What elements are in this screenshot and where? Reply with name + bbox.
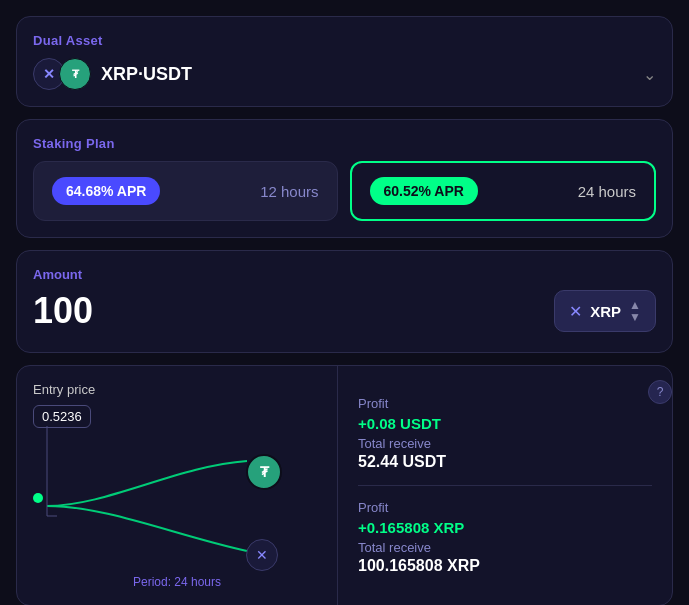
chart-right: ? Profit +0.08 USDT Total receive 52.44 … — [338, 366, 672, 605]
usdt-icon: ₮ — [59, 58, 91, 90]
amount-section: Amount 100 ✕ XRP ▲ ▼ — [33, 267, 656, 332]
apr-badge-12h: 64.68% APR — [52, 177, 160, 205]
receive-value-usdt: 52.44 USDT — [358, 453, 652, 471]
currency-selector[interactable]: ✕ XRP ▲ ▼ — [554, 290, 656, 332]
staking-plan-card: Staking Plan 64.68% APR 12 hours 60.52% … — [16, 119, 673, 238]
staking-plans: 64.68% APR 12 hours 60.52% APR 24 hours — [33, 161, 656, 221]
amount-value: 100 — [33, 290, 93, 332]
pair-name: XRP·USDT — [101, 64, 192, 85]
profit-block-xrp: Profit +0.165808 XRP Total receive 100.1… — [358, 486, 652, 589]
plan-24h[interactable]: 60.52% APR 24 hours — [350, 161, 657, 221]
amount-row: 100 ✕ XRP ▲ ▼ — [33, 290, 656, 332]
dual-asset-label: Dual Asset — [33, 33, 656, 48]
chart-svg — [17, 406, 337, 566]
sort-arrows-icon: ▲ ▼ — [629, 299, 641, 323]
profit-value-usdt: +0.08 USDT — [358, 415, 652, 432]
asset-icons: ✕ ₮ — [33, 58, 91, 90]
profit-block-usdt: Profit +0.08 USDT Total receive 52.44 US… — [358, 382, 652, 486]
xrp-selector-icon: ✕ — [569, 302, 582, 321]
staking-plan-label: Staking Plan — [33, 136, 656, 151]
apr-badge-24h: 60.52% APR — [370, 177, 478, 205]
plan-hours-12h: 12 hours — [260, 183, 318, 200]
chart-section: Entry price 0.5236 ₮ ✕ Period: 24 hours — [17, 366, 672, 605]
profit-title-usdt: Profit — [358, 396, 652, 411]
dual-asset-row[interactable]: ✕ ₮ XRP·USDT ⌄ — [33, 58, 656, 90]
chevron-down-icon[interactable]: ⌄ — [643, 65, 656, 84]
amount-label: Amount — [33, 267, 656, 282]
entry-price-label: Entry price — [33, 382, 321, 397]
asset-pair: ✕ ₮ XRP·USDT — [33, 58, 192, 90]
plan-12h[interactable]: 64.68% APR 12 hours — [33, 161, 338, 221]
xrp-chart-icon: ✕ — [246, 539, 278, 571]
tether-chart-icon: ₮ — [246, 454, 282, 490]
chart-left: Entry price 0.5236 ₮ ✕ Period: 24 hours — [17, 366, 337, 605]
profit-title-xrp: Profit — [358, 500, 652, 515]
receive-value-xrp: 100.165808 XRP — [358, 557, 652, 575]
period-label: Period: 24 hours — [133, 575, 221, 589]
dual-asset-card: Dual Asset ✕ ₮ XRP·USDT ⌄ — [16, 16, 673, 107]
receive-label-usdt: Total receive — [358, 436, 652, 451]
chart-card: Entry price 0.5236 ₮ ✕ Period: 24 hours — [16, 365, 673, 605]
currency-name: XRP — [590, 303, 621, 320]
start-dot — [33, 493, 43, 503]
receive-label-xrp: Total receive — [358, 540, 652, 555]
amount-card: Amount 100 ✕ XRP ▲ ▼ — [16, 250, 673, 353]
profit-value-xrp: +0.165808 XRP — [358, 519, 652, 536]
plan-hours-24h: 24 hours — [578, 183, 636, 200]
